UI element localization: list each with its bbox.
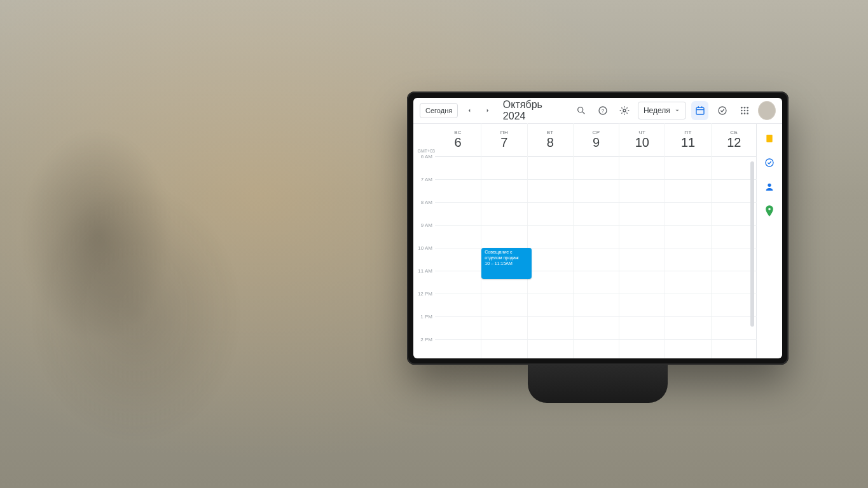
day-number: 8 bbox=[547, 135, 554, 150]
svg-point-13 bbox=[741, 110, 743, 112]
tasks-panel-icon[interactable] bbox=[763, 156, 776, 169]
side-panel bbox=[756, 123, 782, 358]
hour-row: 8 AM bbox=[435, 202, 757, 226]
hour-row: 1 PM bbox=[435, 316, 757, 340]
day-number: 11 bbox=[681, 135, 695, 150]
day-header[interactable]: ПТ11 bbox=[665, 123, 710, 156]
help-icon: ? bbox=[598, 105, 608, 116]
hour-row: 7 AM bbox=[435, 179, 757, 203]
apps-grid-icon bbox=[740, 105, 750, 116]
maps-icon[interactable] bbox=[763, 205, 776, 217]
hour-row: 12 PM bbox=[435, 294, 757, 317]
svg-point-18 bbox=[747, 112, 748, 114]
svg-point-14 bbox=[744, 110, 746, 112]
day-number: 7 bbox=[500, 135, 507, 150]
svg-point-4 bbox=[623, 109, 626, 112]
view-selector[interactable]: Неделя bbox=[638, 102, 686, 119]
tasks-icon bbox=[717, 105, 727, 116]
hour-row: 9 AM bbox=[435, 225, 757, 248]
search-button[interactable] bbox=[573, 102, 589, 119]
svg-point-20 bbox=[766, 159, 773, 166]
account-avatar[interactable] bbox=[758, 101, 776, 120]
chevron-right-icon bbox=[485, 107, 491, 114]
day-number: 10 bbox=[635, 135, 649, 150]
svg-rect-19 bbox=[766, 135, 772, 142]
svg-point-9 bbox=[719, 107, 726, 114]
chevron-left-icon bbox=[466, 107, 472, 114]
time-grid[interactable]: 6 AM7 AM8 AM9 AM10 AM11 AM12 PM1 PM2 PMС… bbox=[435, 156, 757, 358]
help-button[interactable]: ? bbox=[595, 102, 611, 119]
hour-label: 9 AM bbox=[413, 222, 432, 228]
timezone-label: GMT+03 bbox=[413, 149, 435, 153]
prev-week-button[interactable] bbox=[463, 104, 476, 118]
day-number: 6 bbox=[455, 135, 462, 150]
svg-text:?: ? bbox=[602, 108, 605, 114]
svg-point-11 bbox=[744, 107, 746, 109]
day-header[interactable]: ВТ8 bbox=[527, 123, 573, 156]
event-title: Совещание с отделом продаж bbox=[485, 250, 528, 261]
monitor-bezel: Сегодня Октябрь 2024 ? bbox=[407, 92, 789, 365]
svg-line-1 bbox=[582, 112, 584, 114]
day-of-week: ВТ bbox=[547, 130, 554, 135]
scene: Сегодня Октябрь 2024 ? bbox=[0, 0, 868, 488]
day-header[interactable]: ПН7 bbox=[481, 123, 527, 156]
day-header[interactable]: СБ12 bbox=[711, 123, 757, 156]
day-number: 12 bbox=[727, 135, 741, 150]
hour-row: 2 PM bbox=[435, 339, 757, 358]
hour-label: 12 PM bbox=[413, 291, 432, 297]
next-week-button[interactable] bbox=[481, 104, 494, 118]
calendar-event[interactable]: Совещание с отделом продаж10 – 11:15AM bbox=[481, 248, 531, 279]
calendar-grid: GMT+03 ВС6ПН7ВТ8СР9ЧТ10ПТ11СБ12 6 AM7 AM… bbox=[413, 123, 757, 358]
svg-rect-5 bbox=[696, 107, 704, 114]
svg-point-21 bbox=[768, 184, 771, 187]
day-of-week: ПН bbox=[500, 130, 509, 135]
svg-point-12 bbox=[747, 107, 748, 109]
hour-label: 2 PM bbox=[413, 337, 432, 342]
hour-label: 10 AM bbox=[413, 245, 432, 251]
event-time: 10 – 11:15AM bbox=[485, 261, 528, 267]
svg-point-22 bbox=[768, 208, 771, 210]
gear-icon bbox=[619, 105, 630, 116]
contacts-icon[interactable] bbox=[763, 180, 776, 193]
day-header[interactable]: СР9 bbox=[573, 123, 619, 156]
day-of-week: ЧТ bbox=[638, 130, 645, 135]
scrollbar[interactable] bbox=[750, 161, 754, 327]
day-number: 9 bbox=[593, 135, 600, 150]
today-button[interactable]: Сегодня bbox=[420, 103, 458, 118]
chevron-down-icon bbox=[674, 107, 680, 114]
hour-label: 7 AM bbox=[413, 177, 432, 182]
calendar-app-chip[interactable] bbox=[691, 101, 709, 120]
hour-label: 8 AM bbox=[413, 200, 432, 205]
hour-label: 6 AM bbox=[413, 154, 432, 159]
day-of-week: СР bbox=[592, 130, 600, 135]
svg-point-10 bbox=[741, 107, 743, 109]
hour-label: 11 AM bbox=[413, 268, 432, 274]
settings-button[interactable] bbox=[616, 102, 633, 119]
day-header-row: ВС6ПН7ВТ8СР9ЧТ10ПТ11СБ12 bbox=[435, 123, 757, 157]
app-window: Сегодня Октябрь 2024 ? bbox=[413, 98, 782, 358]
svg-point-15 bbox=[747, 110, 748, 112]
day-of-week: ВС bbox=[454, 130, 462, 135]
hour-row: 6 AM bbox=[435, 156, 757, 180]
month-title: Октябрь 2024 bbox=[503, 99, 563, 122]
day-of-week: ПТ bbox=[684, 130, 692, 135]
apps-launcher[interactable] bbox=[736, 102, 753, 119]
keep-icon[interactable] bbox=[763, 132, 776, 145]
svg-point-17 bbox=[744, 112, 746, 114]
toolbar: Сегодня Октябрь 2024 ? bbox=[413, 98, 782, 124]
svg-point-0 bbox=[578, 107, 583, 112]
tasks-app-chip[interactable] bbox=[713, 101, 731, 120]
hour-label: 1 PM bbox=[413, 314, 432, 320]
foreground-blur bbox=[0, 43, 445, 488]
svg-point-16 bbox=[741, 112, 743, 114]
view-selector-label: Неделя bbox=[644, 106, 670, 115]
calendar-icon bbox=[695, 105, 705, 116]
day-header[interactable]: ЧТ10 bbox=[619, 123, 665, 156]
day-of-week: СБ bbox=[730, 130, 738, 135]
search-icon bbox=[576, 105, 586, 116]
day-header[interactable]: ВС6 bbox=[435, 123, 481, 156]
